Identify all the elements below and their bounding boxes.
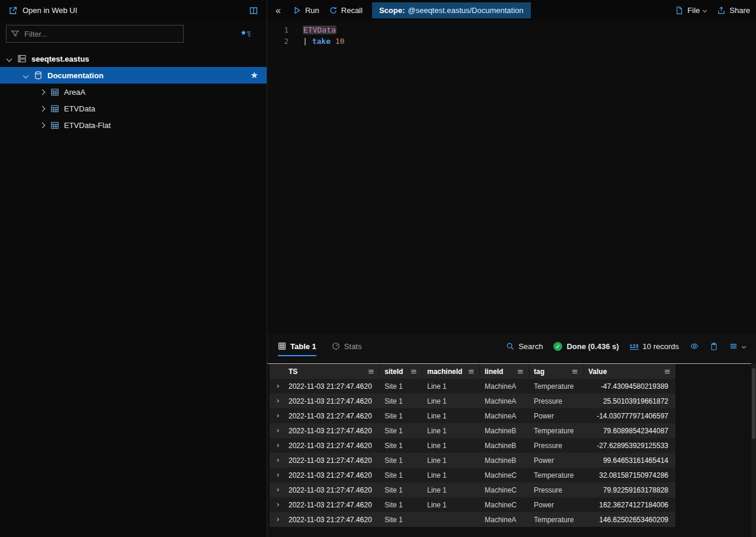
chevron-down-icon[interactable] xyxy=(23,72,29,78)
scope-value: @seeqtest.eastus/Documentation xyxy=(408,6,523,15)
open-in-web-ui-link[interactable]: Open in Web UI xyxy=(23,6,77,15)
cell-siteId: Site 1 xyxy=(380,471,422,480)
cell-Value: 25.50103919661872 xyxy=(584,397,675,405)
column-header-lineid[interactable]: lineId≡ xyxy=(480,364,529,379)
cell-machineId: Line 1 xyxy=(422,382,480,391)
column-menu-icon[interactable]: ≡ xyxy=(468,367,475,376)
chevron-down-icon[interactable] xyxy=(7,56,12,62)
table-label: ETVData-Flat xyxy=(64,121,111,130)
chevron-right-icon xyxy=(274,518,278,521)
token-keyword: take xyxy=(312,37,331,46)
file-menu-button[interactable]: File xyxy=(675,6,706,15)
editor-line: 2 | take 10 xyxy=(267,36,756,47)
column-menu-icon[interactable]: ≡ xyxy=(664,367,671,376)
column-header-tag[interactable]: tag≡ xyxy=(529,364,584,379)
results-table-body: 2022-11-03 21:27:47.4620Site 1Line 1Mach… xyxy=(270,379,675,527)
chevron-right-icon[interactable] xyxy=(40,89,46,95)
column-header-value[interactable]: Value≡ xyxy=(584,364,675,379)
file-label: File xyxy=(687,6,700,15)
copy-results-button[interactable] xyxy=(710,342,718,351)
row-expander[interactable] xyxy=(270,459,284,462)
cell-lineId: MachineC xyxy=(480,471,529,480)
table-row[interactable]: 2022-11-03 21:27:47.4620Site 1Line 1Mach… xyxy=(270,497,675,512)
tree-item-database[interactable]: Documentation ★ xyxy=(0,67,267,84)
cell-TS: 2022-11-03 21:27:47.4620 xyxy=(284,442,380,450)
row-expander[interactable] xyxy=(270,399,284,402)
collapse-sidebar-button[interactable]: « xyxy=(273,5,283,16)
row-expander[interactable] xyxy=(270,518,284,521)
token-table-name: ETVData xyxy=(303,25,337,34)
run-button[interactable]: Run xyxy=(293,6,319,15)
cell-machineId: Line 1 xyxy=(422,456,480,465)
cluster-icon xyxy=(17,54,27,63)
table-row[interactable]: 2022-11-03 21:27:47.4620Site 1Line 1Mach… xyxy=(270,394,675,408)
results-scrollbar[interactable] xyxy=(751,363,756,537)
table-row[interactable]: 2022-11-03 21:27:47.4620Site 1Line 1Mach… xyxy=(270,438,675,453)
cell-Value: -14.030777971406597 xyxy=(584,412,675,420)
recall-button[interactable]: Recall xyxy=(329,6,363,15)
layout-menu-button[interactable] xyxy=(729,342,745,350)
row-expander[interactable] xyxy=(270,488,284,491)
cell-tag: Power xyxy=(529,412,584,420)
tree-item-table-etvdata-flat[interactable]: ETVData-Flat xyxy=(0,117,267,133)
scrollbar-thumb[interactable] xyxy=(752,368,755,439)
chevron-right-icon xyxy=(274,488,278,491)
cell-tag: Pressure xyxy=(529,397,584,405)
tree-item-cluster[interactable]: seeqtest.eastus xyxy=(0,50,267,67)
column-header-machineid[interactable]: machineId≡ xyxy=(422,364,480,379)
row-expander[interactable] xyxy=(270,474,284,477)
column-menu-icon[interactable]: ≡ xyxy=(517,367,524,376)
share-button[interactable]: Share xyxy=(717,6,750,15)
column-menu-icon[interactable]: ≡ xyxy=(572,367,578,376)
table-row[interactable]: 2022-11-03 21:27:47.4620Site 1Line 1Mach… xyxy=(270,453,675,468)
table-row[interactable]: 2022-11-03 21:27:47.4620Site 1MachineATe… xyxy=(270,512,675,527)
chevron-right-icon[interactable] xyxy=(40,122,46,128)
chevron-right-icon[interactable] xyxy=(40,106,46,111)
column-visibility-button[interactable] xyxy=(690,342,699,350)
tree-item-table-areaa[interactable]: AreaA xyxy=(0,84,267,100)
cell-tag: Temperature xyxy=(529,382,584,391)
cell-siteId: Site 1 xyxy=(380,456,422,465)
filter-input[interactable] xyxy=(6,25,184,43)
query-toolbar: « Run Recall Scope: @see xyxy=(267,0,756,21)
share-icon xyxy=(717,6,726,15)
line-number: 1 xyxy=(267,24,289,36)
search-button[interactable]: Search xyxy=(506,342,543,351)
row-expander[interactable] xyxy=(270,385,284,388)
column-header-ts[interactable]: TS≡ xyxy=(284,364,380,379)
results-grid: TS≡ siteId≡ machineId≡ lineId≡ tag≡ xyxy=(267,363,756,527)
table-row[interactable]: 2022-11-03 21:27:47.4620Site 1Line 1Mach… xyxy=(270,379,675,394)
column-label: machineId xyxy=(427,367,462,376)
cell-lineId: MachineC xyxy=(480,501,529,509)
table-row[interactable]: 2022-11-03 21:27:47.4620Site 1Line 1Mach… xyxy=(270,468,675,482)
cell-TS: 2022-11-03 21:27:47.4620 xyxy=(284,382,380,391)
column-header-siteid[interactable]: siteId≡ xyxy=(380,364,422,379)
layout-lines-icon xyxy=(729,342,738,350)
tab-stats[interactable]: Stats xyxy=(332,334,362,359)
row-expander[interactable] xyxy=(270,429,284,432)
column-label: lineId xyxy=(485,367,503,376)
tab-table-1[interactable]: Table 1 xyxy=(278,334,316,359)
table-row[interactable]: 2022-11-03 21:27:47.4620Site 1Line 1Mach… xyxy=(270,482,675,497)
cell-siteId: Site 1 xyxy=(380,382,422,391)
row-expander[interactable] xyxy=(270,503,284,506)
filter-favorites-icon[interactable] xyxy=(241,29,251,39)
column-menu-icon[interactable]: ≡ xyxy=(368,367,374,376)
token-number: 10 xyxy=(335,37,345,46)
cell-lineId: MachineB xyxy=(480,427,529,435)
tree-item-table-etvdata[interactable]: ETVData xyxy=(0,100,267,117)
cell-tag: Temperature xyxy=(529,471,584,480)
row-expander[interactable] xyxy=(270,414,284,417)
query-editor[interactable]: 1 ETVData 2 | take 10 xyxy=(267,21,756,334)
favorite-star-icon[interactable]: ★ xyxy=(251,70,258,81)
cluster-label: seeqtest.eastus xyxy=(31,55,89,63)
cell-lineId: MachineB xyxy=(480,456,529,465)
split-panel-icon[interactable] xyxy=(249,6,258,15)
scope-prefix: Scope: xyxy=(379,6,405,15)
scope-selector[interactable]: Scope: @seeqtest.eastus/Documentation xyxy=(372,2,531,18)
column-menu-icon[interactable]: ≡ xyxy=(411,367,417,376)
table-row[interactable]: 2022-11-03 21:27:47.4620Site 1Line 1Mach… xyxy=(270,408,675,423)
external-link-icon xyxy=(8,6,18,15)
table-row[interactable]: 2022-11-03 21:27:47.4620Site 1Line 1Mach… xyxy=(270,423,675,438)
row-expander[interactable] xyxy=(270,444,284,447)
